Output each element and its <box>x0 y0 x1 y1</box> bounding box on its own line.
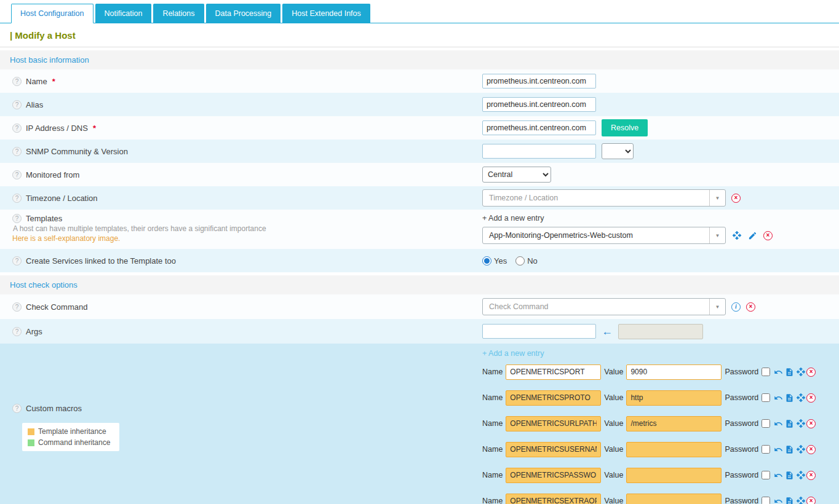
move-icon[interactable] <box>795 367 806 377</box>
delete-icon[interactable]: × <box>806 368 816 377</box>
tab-data-processing[interactable]: Data Processing <box>206 4 281 23</box>
help-icon[interactable]: ? <box>12 302 22 312</box>
section-host-check-options: Host check options <box>0 275 839 294</box>
snmp-label: SNMP Community & Version <box>26 147 128 156</box>
macro-value-input[interactable] <box>626 468 722 483</box>
macro-name-input[interactable] <box>506 442 601 457</box>
form-row-name: ? Name * <box>0 69 839 93</box>
help-icon[interactable]: ? <box>12 77 22 86</box>
tab-notification[interactable]: Notification <box>95 4 152 23</box>
undo-icon[interactable] <box>773 367 784 377</box>
macro-name-input[interactable] <box>506 390 601 406</box>
alias-input[interactable] <box>482 97 596 112</box>
description-icon[interactable] <box>784 367 795 377</box>
help-icon[interactable]: ? <box>12 404 22 413</box>
delete-icon[interactable]: × <box>806 393 816 403</box>
timezone-select[interactable]: Timezone / Location ▼ <box>482 189 726 207</box>
snmp-community-input[interactable] <box>482 144 596 159</box>
delete-icon[interactable]: × <box>806 471 816 480</box>
undo-icon[interactable] <box>773 393 784 403</box>
macro-name-input[interactable] <box>506 364 601 380</box>
macro-value-label: Value <box>604 419 623 428</box>
create-services-no-radio[interactable] <box>515 256 525 266</box>
macro-value-input[interactable] <box>626 416 722 431</box>
help-icon[interactable]: ? <box>12 100 22 109</box>
help-icon[interactable]: ? <box>12 124 22 133</box>
macro-password-checkbox[interactable] <box>761 497 770 504</box>
create-services-label: Create Services linked to the Template t… <box>26 256 176 266</box>
args-input[interactable] <box>482 324 596 339</box>
tab-host-configuration[interactable]: Host Configuration <box>11 4 93 23</box>
check-command-select[interactable]: Check Command ▼ <box>482 298 726 315</box>
macro-name-input[interactable] <box>506 494 601 504</box>
templates-help-link[interactable]: Here is a self-explanatory image. <box>12 234 120 243</box>
legend-command-inheritance: Command inheritance <box>28 438 114 447</box>
move-icon[interactable] <box>795 419 806 429</box>
macro-name-input[interactable] <box>506 416 601 431</box>
delete-icon[interactable]: × <box>806 497 816 504</box>
move-icon[interactable] <box>795 393 806 403</box>
move-icon[interactable] <box>795 444 806 455</box>
help-icon[interactable]: ? <box>12 327 22 336</box>
macro-password-label: Password <box>725 497 758 504</box>
form-row-alias: ? Alias <box>0 93 839 116</box>
undo-icon[interactable] <box>773 496 784 504</box>
macro-password-checkbox[interactable] <box>761 419 770 428</box>
delete-icon[interactable]: × <box>746 302 755 312</box>
monitored-from-select[interactable]: Central <box>482 167 551 183</box>
undo-icon[interactable] <box>773 419 784 429</box>
resolve-button[interactable]: Resolve <box>602 119 648 136</box>
macro-value-label: Value <box>604 368 623 376</box>
delete-icon[interactable]: × <box>731 194 741 203</box>
move-icon[interactable] <box>795 470 806 481</box>
undo-icon[interactable] <box>773 444 784 455</box>
undo-icon[interactable] <box>773 470 784 481</box>
delete-icon[interactable]: × <box>763 231 773 240</box>
tab-host-extended-infos[interactable]: Host Extended Infos <box>282 4 370 23</box>
create-services-yes-radio[interactable] <box>482 256 491 266</box>
macro-password-label: Password <box>725 368 758 376</box>
templates-add-entry-link[interactable]: + Add a new entry <box>482 214 544 222</box>
template-select[interactable]: App-Monitoring-Openmetrics-Web-custom ▼ <box>482 227 726 244</box>
macro-name-label: Name <box>482 471 503 479</box>
description-icon[interactable] <box>784 393 795 403</box>
timezone-label: Timezone / Location <box>26 194 98 203</box>
tab-relations[interactable]: Relations <box>153 4 204 23</box>
help-icon[interactable]: ? <box>12 256 22 266</box>
macro-legend: Template inheritance Command inheritance <box>22 423 119 451</box>
ip-label: IP Address / DNS <box>26 124 88 133</box>
info-icon[interactable]: i <box>731 302 741 312</box>
help-icon[interactable]: ? <box>12 170 22 179</box>
help-icon[interactable]: ? <box>12 194 22 203</box>
help-icon[interactable]: ? <box>12 147 22 156</box>
macro-password-checkbox[interactable] <box>761 445 770 454</box>
macro-row: Name Value Password × <box>482 414 830 433</box>
macro-value-input[interactable] <box>626 364 722 380</box>
macro-password-checkbox[interactable] <box>761 368 770 376</box>
description-icon[interactable] <box>784 496 795 504</box>
description-icon[interactable] <box>784 419 795 429</box>
help-icon[interactable]: ? <box>12 214 22 223</box>
macro-password-checkbox[interactable] <box>761 471 770 479</box>
macro-value-label: Value <box>604 393 623 402</box>
macro-name-input[interactable] <box>506 468 601 483</box>
macro-value-input[interactable] <box>626 494 722 504</box>
form-row-monitored-from: ? Monitored from Central <box>0 163 839 186</box>
snmp-version-select[interactable] <box>602 143 634 159</box>
macro-value-input[interactable] <box>626 390 722 406</box>
macro-password-checkbox[interactable] <box>761 393 770 402</box>
edit-pencil-icon[interactable] <box>747 230 758 241</box>
description-icon[interactable] <box>784 444 795 455</box>
name-input[interactable] <box>482 74 596 89</box>
ip-input[interactable] <box>482 120 596 135</box>
macro-value-input[interactable] <box>626 442 722 457</box>
macros-add-entry-link[interactable]: + Add a new entry <box>482 349 544 358</box>
macro-row: Name Value Password × <box>482 466 830 484</box>
delete-icon[interactable]: × <box>806 419 816 428</box>
monitored-from-label: Monitored from <box>26 170 79 179</box>
delete-icon[interactable]: × <box>806 445 816 454</box>
move-icon[interactable] <box>731 230 742 241</box>
move-icon[interactable] <box>795 496 806 504</box>
description-icon[interactable] <box>784 470 795 481</box>
yes-label: Yes <box>494 256 507 266</box>
